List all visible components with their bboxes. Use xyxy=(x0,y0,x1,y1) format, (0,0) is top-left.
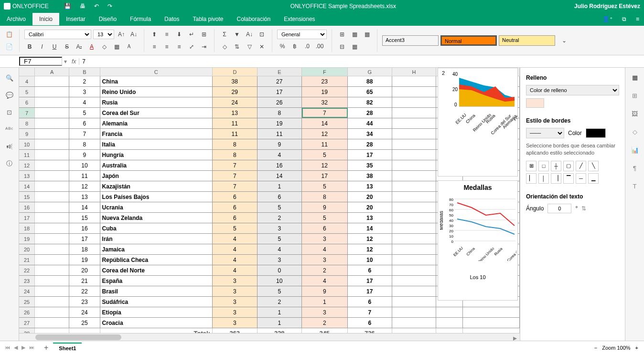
save-icon[interactable]: 💾 xyxy=(64,3,71,10)
align-middle-icon[interactable]: ≡ xyxy=(161,29,172,40)
row-header[interactable]: 13 xyxy=(19,171,35,181)
border-color-swatch[interactable] xyxy=(586,128,606,138)
border-bottom-icon[interactable]: ▁ xyxy=(588,173,599,184)
spreadsheet-grid[interactable]: A B C D E F G H I J 42China3827238853Rei… xyxy=(19,68,520,341)
remove-filter-icon[interactable]: ✕ xyxy=(257,42,267,52)
row-header[interactable]: 5 xyxy=(19,87,35,97)
table-row[interactable]: 2624Etiopía3137 xyxy=(19,307,520,318)
fill-type-select[interactable]: Color de relleno xyxy=(526,85,619,95)
sum-icon[interactable]: Σ xyxy=(219,29,230,40)
italic-button[interactable]: I xyxy=(37,42,47,52)
subscript-button[interactable]: A₂ xyxy=(74,42,85,52)
decrease-font-icon[interactable]: A↓ xyxy=(129,29,139,40)
line-chart[interactable]: Medallas Medallas 807060 504030 20100 EE… xyxy=(438,180,518,301)
angle-input[interactable] xyxy=(547,204,571,213)
row-header[interactable]: 21 xyxy=(19,255,35,265)
angle-stepper-icon[interactable]: ⇅ xyxy=(581,205,586,212)
next-sheet-icon[interactable]: ▶ xyxy=(21,344,25,351)
border-outside-icon[interactable]: ▢ xyxy=(563,161,574,171)
border-all-icon[interactable]: ⊞ xyxy=(526,161,537,171)
select-all-corner[interactable] xyxy=(19,68,35,76)
styles-dropdown-icon[interactable]: ⌄ xyxy=(557,35,571,46)
redo-icon[interactable]: ↷ xyxy=(107,3,112,10)
menu-tab-insertar[interactable]: Insertar xyxy=(59,13,92,25)
menu-tab-diseño[interactable]: Diseño xyxy=(92,13,123,25)
paste-icon[interactable]: 📄 xyxy=(4,42,14,52)
number-format-select[interactable]: General xyxy=(277,30,327,39)
indent-icon[interactable]: ⇥ xyxy=(199,42,209,52)
style-neutral[interactable]: Neutral xyxy=(499,35,555,46)
row-header[interactable]: 16 xyxy=(19,202,35,212)
percent-icon[interactable]: % xyxy=(277,41,288,52)
filter-icon[interactable]: ▽ xyxy=(244,42,255,52)
border-diag-down-icon[interactable]: ╲ xyxy=(588,161,599,171)
menu-tab-fórmula[interactable]: Fórmula xyxy=(123,13,158,25)
clear-icon[interactable]: ◇ xyxy=(219,42,230,52)
strike-button[interactable]: S xyxy=(62,42,72,52)
row-header[interactable]: 9 xyxy=(19,129,35,139)
border-horiz-icon[interactable]: ─ xyxy=(576,173,586,184)
col-header[interactable]: E xyxy=(258,68,302,76)
comments-icon[interactable]: 💬 xyxy=(5,91,14,99)
menu-tab-colaboración[interactable]: Colaboración xyxy=(230,13,278,25)
prev-sheet-icon[interactable]: ◀ xyxy=(14,344,18,351)
col-header[interactable]: A xyxy=(35,68,69,76)
row-header[interactable]: 22 xyxy=(19,265,35,275)
menu-tab-archivo[interactable]: Archivo xyxy=(0,13,32,25)
style-accent3[interactable]: Accent3 xyxy=(382,35,439,46)
hamburger-icon[interactable]: ≡ xyxy=(631,16,644,22)
font-color-button[interactable]: A xyxy=(86,42,97,52)
zoom-level[interactable]: Zoom 100% xyxy=(602,345,630,351)
table-icon[interactable]: ▦ xyxy=(349,29,360,40)
col-header[interactable]: G xyxy=(348,68,393,76)
border-style-select[interactable]: ─── xyxy=(526,128,564,138)
row-header[interactable]: 11 xyxy=(19,150,35,160)
sheet-tab[interactable]: Sheet1 xyxy=(53,343,82,353)
area-chart[interactable]: 2 40 20 0 EE.UU China Reino Unido Rusia … xyxy=(438,68,518,177)
fill-down-icon[interactable]: ▼ xyxy=(232,29,242,40)
table-settings-icon[interactable]: ⊞ xyxy=(630,91,640,100)
row-header[interactable]: 12 xyxy=(19,160,35,170)
col-header[interactable]: B xyxy=(69,68,100,76)
row-header[interactable]: 28 xyxy=(19,328,35,333)
menu-tab-extensiones[interactable]: Extensiones xyxy=(277,13,322,25)
menu-tab-inicio[interactable]: Inicio xyxy=(32,13,59,25)
first-sheet-icon[interactable]: ⏮ xyxy=(5,344,10,351)
align-center-icon[interactable]: ≡ xyxy=(161,42,172,52)
open-location-icon[interactable]: ⧉ xyxy=(617,16,631,22)
row-header[interactable]: 26 xyxy=(19,307,35,317)
expand-ref-icon[interactable]: ▾ xyxy=(62,58,69,65)
borders-button[interactable]: ▦ xyxy=(111,42,122,52)
border-inside-icon[interactable]: ┼ xyxy=(551,161,561,171)
bold-button[interactable]: B xyxy=(24,42,35,52)
align-right-icon[interactable]: ≡ xyxy=(174,42,184,52)
insert-cell-icon[interactable]: ⊞ xyxy=(337,29,347,40)
row-header[interactable]: 7 xyxy=(19,108,35,118)
increase-decimal-icon[interactable]: .00 xyxy=(314,41,325,52)
col-header[interactable]: C xyxy=(100,68,213,76)
last-sheet-icon[interactable]: ⏭ xyxy=(29,344,34,351)
row-header[interactable]: 19 xyxy=(19,234,35,244)
col-header[interactable]: D xyxy=(213,68,258,76)
border-top-icon[interactable]: ▔ xyxy=(563,173,574,184)
cell-settings-icon[interactable]: ▦ xyxy=(630,73,640,82)
undo-icon[interactable]: ↶ xyxy=(94,3,99,10)
font-select[interactable]: Calibri xyxy=(24,30,91,39)
menu-tab-datos[interactable]: Datos xyxy=(158,13,186,25)
font-size-select[interactable]: 13 xyxy=(93,30,114,39)
format-table-icon[interactable]: ▦ xyxy=(362,29,372,40)
underline-button[interactable]: U xyxy=(49,42,60,52)
row-header[interactable]: 15 xyxy=(19,192,35,202)
fill-color-swatch[interactable] xyxy=(526,98,544,108)
border-none-icon[interactable]: □ xyxy=(538,161,549,171)
row-header[interactable]: 17 xyxy=(19,213,35,223)
sort-icon[interactable]: ⇅ xyxy=(232,42,242,52)
row-header[interactable]: 10 xyxy=(19,139,35,149)
row-header[interactable]: 8 xyxy=(19,118,35,128)
fill-color-button[interactable]: ◇ xyxy=(99,42,109,52)
search-icon[interactable]: 🔍 xyxy=(5,73,14,82)
decrease-decimal-icon[interactable]: .0 xyxy=(302,41,312,52)
fx-icon[interactable]: fx xyxy=(69,58,79,65)
border-vert-icon[interactable]: │ xyxy=(538,173,549,184)
menu-tab-tabla pivote[interactable]: Tabla pivote xyxy=(186,13,230,25)
